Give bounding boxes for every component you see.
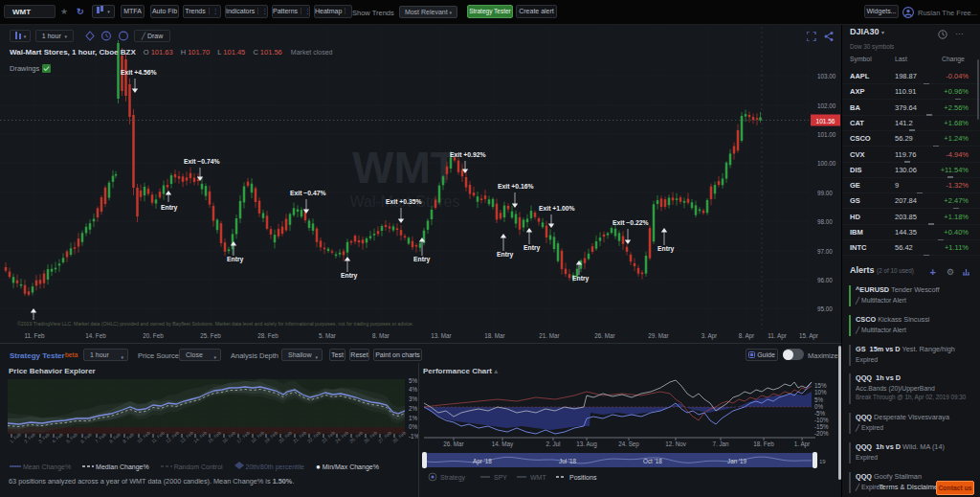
svg-text:Entry: Entry bbox=[572, 275, 590, 282]
svg-text:15%: 15% bbox=[814, 382, 827, 389]
svg-text:Exit +4.56%: Exit +4.56% bbox=[121, 69, 157, 76]
svg-text:-15%: -15% bbox=[814, 423, 829, 430]
svg-text:3. Apr: 3. Apr bbox=[702, 332, 717, 340]
svg-text:24. Sep: 24. Sep bbox=[618, 441, 639, 448]
svg-text:3%: 3% bbox=[409, 395, 418, 402]
svg-text:29. Mar: 29. Mar bbox=[648, 332, 668, 339]
svg-text:1%: 1% bbox=[409, 415, 418, 421]
svg-text:Exit −0.74%: Exit −0.74% bbox=[184, 158, 220, 165]
svg-text:-1%: -1% bbox=[409, 433, 418, 440]
svg-text:Positions: Positions bbox=[569, 474, 597, 481]
svg-text:2. Jul: 2. Jul bbox=[546, 441, 560, 447]
svg-text:SPY: SPY bbox=[494, 474, 507, 481]
svg-text:5. Mar: 5. Mar bbox=[319, 332, 336, 339]
svg-text:Jan '19: Jan '19 bbox=[727, 458, 747, 464]
svg-text:14. May: 14. May bbox=[492, 441, 514, 448]
svg-text:26. Mar: 26. Mar bbox=[443, 441, 463, 447]
svg-text:Entry: Entry bbox=[161, 204, 178, 212]
svg-text:Exit −0.22%: Exit −0.22% bbox=[612, 219, 649, 226]
svg-text:28. Feb: 28. Feb bbox=[257, 332, 278, 339]
svg-text:Entry: Entry bbox=[497, 251, 514, 259]
svg-text:Entry: Entry bbox=[341, 272, 358, 280]
svg-text:18. Feb: 18. Feb bbox=[753, 441, 774, 447]
svg-text:101.00: 101.00 bbox=[817, 131, 836, 138]
svg-text:Exit −0.47%: Exit −0.47% bbox=[290, 190, 326, 196]
svg-text:20. Feb: 20. Feb bbox=[143, 332, 164, 339]
svg-text:103.00: 103.00 bbox=[817, 73, 836, 79]
svg-text:Exit +0.16%: Exit +0.16% bbox=[498, 183, 534, 190]
svg-text:8. Mar: 8. Mar bbox=[372, 332, 390, 339]
svg-text:5%: 5% bbox=[409, 377, 418, 384]
svg-text:-20%: -20% bbox=[814, 430, 829, 437]
svg-text:21. Mar: 21. Mar bbox=[539, 332, 559, 339]
svg-text:Exit +0.35%: Exit +0.35% bbox=[386, 198, 422, 205]
svg-text:Jul '18: Jul '18 bbox=[559, 458, 577, 464]
svg-text:25. Feb: 25. Feb bbox=[200, 332, 221, 339]
svg-text:Entry: Entry bbox=[227, 256, 244, 263]
svg-text:-10%: -10% bbox=[814, 417, 829, 423]
svg-text:11. Apr: 11. Apr bbox=[768, 332, 787, 340]
svg-text:10%: 10% bbox=[814, 389, 827, 395]
svg-text:14. Feb: 14. Feb bbox=[85, 332, 106, 339]
svg-text:Entry: Entry bbox=[413, 256, 431, 263]
svg-text:18. Mar: 18. Mar bbox=[484, 332, 504, 339]
svg-text:97.00: 97.00 bbox=[817, 248, 833, 255]
svg-text:99.00: 99.00 bbox=[817, 190, 833, 196]
svg-text:0%: 0% bbox=[409, 423, 418, 430]
svg-text:98.00: 98.00 bbox=[817, 218, 833, 225]
svg-text:1. Apr: 1. Apr bbox=[794, 441, 810, 448]
svg-text:4%: 4% bbox=[409, 386, 418, 393]
svg-text:7. Jan: 7. Jan bbox=[712, 441, 729, 447]
svg-text:101.56: 101.56 bbox=[816, 118, 835, 124]
svg-text:0%: 0% bbox=[814, 403, 824, 410]
svg-text:Oct '18: Oct '18 bbox=[643, 458, 662, 464]
svg-text:Apr '18: Apr '18 bbox=[473, 458, 492, 465]
svg-text:2%: 2% bbox=[409, 405, 418, 412]
svg-text:13. Mar: 13. Mar bbox=[431, 332, 451, 339]
svg-text:Entry: Entry bbox=[657, 245, 675, 253]
svg-text:13. Aug: 13. Aug bbox=[576, 441, 597, 448]
svg-text:Exit +1.00%: Exit +1.00% bbox=[539, 205, 575, 212]
svg-text:WMT: WMT bbox=[530, 474, 546, 481]
svg-text:11. Feb: 11. Feb bbox=[25, 332, 45, 339]
svg-text:26. Mar: 26. Mar bbox=[594, 332, 614, 339]
svg-text:96.00: 96.00 bbox=[817, 277, 833, 283]
svg-text:102.00: 102.00 bbox=[817, 102, 836, 109]
svg-text:95.00: 95.00 bbox=[817, 305, 833, 312]
svg-text:Strategy: Strategy bbox=[440, 474, 466, 482]
svg-text:©2019 TradingView LLC. Market: ©2019 TradingView LLC. Market data (OHLC… bbox=[17, 321, 413, 327]
svg-text:WMT: WMT bbox=[352, 143, 457, 192]
svg-text:12. Nov: 12. Nov bbox=[665, 441, 687, 447]
svg-text:8. Apr: 8. Apr bbox=[739, 332, 754, 340]
svg-text:-5%: -5% bbox=[814, 410, 826, 417]
svg-text:Exit +0.92%: Exit +0.92% bbox=[450, 151, 486, 158]
svg-text:15. Apr: 15. Apr bbox=[799, 332, 818, 340]
svg-text:100.00: 100.00 bbox=[817, 160, 836, 167]
svg-text:Entry: Entry bbox=[523, 244, 541, 252]
svg-text:5%: 5% bbox=[814, 396, 824, 403]
